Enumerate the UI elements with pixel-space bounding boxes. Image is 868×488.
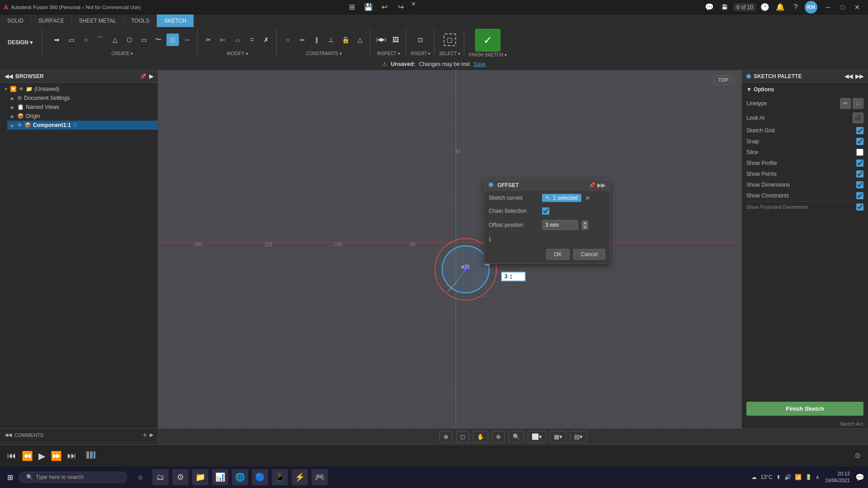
step-forward-button[interactable]: ⏩ [51, 450, 62, 461]
show-projected-checkbox[interactable] [856, 203, 863, 211]
select-button[interactable]: ▢ [443, 33, 456, 46]
help-icon[interactable]: ? [789, 1, 802, 14]
orbit-button[interactable]: ⊕ [492, 431, 505, 443]
tree-item-component[interactable]: ▶ 👁 📦 Component1:1 ⊙ [7, 121, 158, 130]
offset-tool-button[interactable]: ⊡ [166, 33, 179, 46]
save-link[interactable]: Save [473, 61, 486, 67]
notifications-icon[interactable]: 🔔 [774, 1, 787, 14]
design-dropdown-button[interactable]: DESIGN ▾ [4, 34, 37, 51]
taskbar-chrome-icon[interactable]: 🌐 [232, 469, 248, 485]
parallel-constraint-button[interactable]: ∥ [310, 33, 323, 46]
palette-pin-icon[interactable]: ▶▶ [855, 73, 863, 80]
taskbar-files-icon[interactable]: 📁 [192, 469, 208, 485]
taskbar-battery-icon[interactable]: 🔋 [805, 474, 812, 480]
viewport-button[interactable]: ▤▾ [570, 431, 587, 443]
taskbar-network-icon[interactable]: ⬆ [776, 474, 781, 480]
tree-item-doc-settings[interactable]: ▶ ⚙ Document Settings [7, 94, 158, 103]
show-profile-checkbox[interactable] [856, 160, 863, 167]
selected-badge[interactable]: ↖ 1 selected [542, 194, 581, 202]
taskbar-explorer-icon[interactable]: 🗂 [152, 469, 169, 485]
trim-button[interactable]: ✂ [202, 33, 215, 46]
comments-toggle-icon[interactable]: ▶ [150, 432, 153, 438]
perp-constraint-button[interactable]: ⊥ [325, 33, 337, 46]
linetype-icon-2[interactable]: □ [853, 98, 863, 109]
grid-button[interactable]: ▦▾ [550, 431, 566, 443]
tree-item-unsaved[interactable]: ▼ 🔽 👁 📁 (Unsaved) [0, 84, 158, 94]
circle-constraint-button[interactable]: ○ [281, 33, 294, 46]
rectangle-tool-button[interactable]: ▭ [65, 33, 78, 46]
tab-sheet-metal[interactable]: SHEET METAL [72, 14, 124, 27]
browser-toggle-icon[interactable]: ▶ [149, 73, 153, 80]
extensions-icon[interactable]: ⊞ [346, 1, 359, 14]
sym-constraint-button[interactable]: △ [354, 33, 366, 46]
slot-tool-button[interactable]: ▭ [137, 33, 150, 46]
offset-position-input[interactable] [542, 220, 578, 230]
search-bar[interactable]: 🔍 Type here to search [19, 472, 127, 483]
taskbar-volume-icon[interactable]: 🔊 [784, 474, 791, 480]
capture-button[interactable]: ◻ [456, 431, 469, 443]
notifications-badge-icon[interactable]: 💬 [855, 473, 864, 482]
taskbar-vscode-icon[interactable]: ⚡ [292, 469, 308, 485]
tree-item-named-views[interactable]: ▶ 📋 Named Views [7, 103, 158, 112]
taskbar-teams-icon[interactable]: 📱 [272, 469, 288, 485]
tab-sketch[interactable]: SKETCH [157, 14, 194, 27]
line-tool-button[interactable]: ➡ [51, 33, 63, 46]
taskbar-settings-icon[interactable]: ⚙ [172, 469, 189, 485]
view-cube[interactable]: TOP [714, 75, 732, 85]
sketch-grid-checkbox[interactable] [856, 127, 863, 134]
linetype-icon-1[interactable]: ✏ [840, 98, 851, 109]
animation-icon[interactable] [85, 450, 96, 462]
finish-sketch-button[interactable]: ✓ [475, 29, 500, 52]
spline-tool-button[interactable]: 〜 [152, 33, 165, 46]
canvas-area[interactable]: -200 -150 -100 -50 50 ø25 [158, 70, 741, 428]
collaboration-icon[interactable]: 💬 [703, 1, 716, 14]
settings-icon[interactable]: ⚙ [854, 451, 861, 460]
close-button[interactable]: ✕ [850, 0, 864, 14]
comments-arrow-left[interactable]: ◀◀ [5, 432, 12, 438]
canvas-spin-up[interactable]: ▲ [509, 273, 513, 277]
chamfer-button[interactable]: = [245, 33, 258, 46]
tab-solid[interactable]: SOLID [0, 14, 31, 27]
redo-icon[interactable]: ↪ [395, 1, 407, 14]
taskbar-fusion-icon[interactable]: 🎮 [311, 469, 328, 485]
arc-tool-button[interactable]: ⌒ [94, 33, 107, 46]
show-dimensions-checkbox[interactable] [856, 181, 863, 188]
taskbar-edge-icon[interactable]: 🔵 [252, 469, 268, 485]
maximize-button[interactable]: □ [835, 0, 850, 14]
start-button[interactable]: ⊞ [4, 471, 17, 483]
snap-checkbox[interactable] [856, 138, 863, 145]
cancel-button[interactable]: Cancel [573, 249, 605, 260]
tab-tools[interactable]: TOOLS [124, 14, 157, 27]
taskbar-overflow-icon[interactable]: ∧ [816, 474, 820, 480]
eye-icon[interactable]: 👁 [19, 86, 24, 92]
zoom-button[interactable]: 🔍 [509, 431, 524, 443]
canvas-input-box[interactable]: 3 ▲ ▼ [501, 272, 526, 282]
clear-selection-button[interactable]: ✕ [585, 194, 590, 202]
canvas-spin-down[interactable]: ▼ [509, 277, 513, 280]
look-at-icon[interactable]: ⬛ [853, 113, 863, 123]
step-back-button[interactable]: ⏪ [22, 450, 33, 461]
triangle-tool-button[interactable]: △ [108, 33, 121, 46]
equal-constraint-button[interactable]: ═ [296, 33, 308, 46]
tab-surface[interactable]: SURFACE [31, 14, 72, 27]
mirror-tool-button[interactable]: ↔ [181, 33, 193, 46]
browser-arrow-left[interactable]: ◀◀ [5, 73, 13, 80]
slice-checkbox[interactable] [856, 149, 863, 156]
offset-dialog-header[interactable]: OFFSET 📌 ▶▶ [484, 179, 610, 191]
tree-item-origin[interactable]: ▶ 📦 Origin [7, 112, 158, 121]
inspect-image-button[interactable]: 🖼 [389, 33, 402, 46]
user-avatar[interactable]: KH [805, 1, 817, 14]
play-button[interactable]: ▶ [38, 450, 45, 461]
show-constraints-checkbox[interactable] [856, 192, 863, 199]
undo-icon[interactable]: ↩ [378, 1, 391, 14]
break-button[interactable]: ✗ [260, 33, 273, 46]
palette-expand-icon[interactable]: ◀◀ [844, 73, 853, 80]
show-points-checkbox[interactable] [856, 170, 863, 178]
clock-icon[interactable]: 🕐 [759, 1, 771, 14]
snap-tool-button[interactable]: ⊕ [439, 431, 453, 443]
pan-button[interactable]: ✋ [473, 431, 488, 443]
insert-button[interactable]: ⊡ [414, 33, 427, 46]
extend-button[interactable]: ⊢ [217, 33, 229, 46]
component-eye-icon[interactable]: 👁 [17, 122, 23, 128]
dialog-pin-icon[interactable]: 📌 [589, 182, 595, 188]
